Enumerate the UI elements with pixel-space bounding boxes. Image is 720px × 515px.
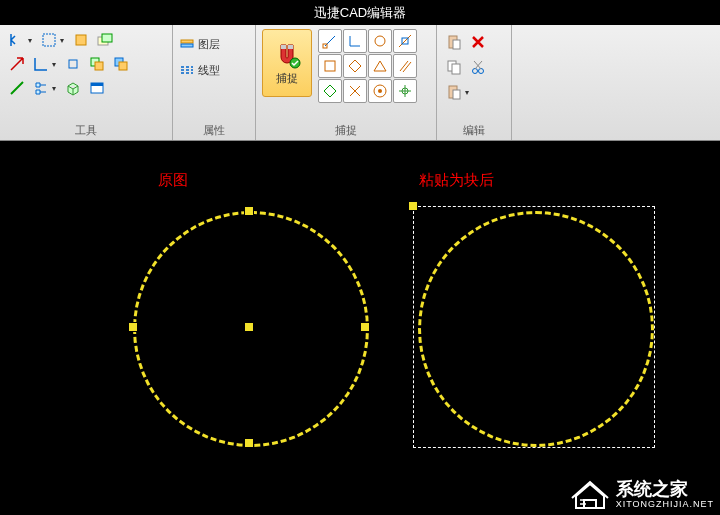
dropdown-icon[interactable]: ▾ — [465, 88, 473, 97]
layer-label: 图层 — [198, 37, 220, 52]
svg-rect-8 — [119, 62, 127, 70]
dropdown-icon[interactable]: ▾ — [52, 84, 60, 93]
svg-rect-19 — [325, 61, 335, 71]
svg-point-27 — [473, 69, 478, 74]
svg-point-28 — [479, 69, 484, 74]
layer-button[interactable]: 图层 — [179, 33, 220, 55]
svg-rect-0 — [43, 34, 55, 46]
svg-rect-1 — [76, 35, 86, 45]
grip-center[interactable] — [244, 322, 254, 332]
svg-point-17 — [375, 36, 385, 46]
snap-square-icon[interactable] — [318, 54, 342, 78]
block-grip[interactable] — [408, 201, 418, 211]
svg-rect-10 — [91, 83, 103, 86]
magnet-icon — [273, 41, 301, 69]
svg-rect-11 — [181, 40, 193, 43]
snap-diamond-icon[interactable] — [343, 54, 367, 78]
svg-rect-30 — [453, 90, 460, 99]
group-edit-label: 编辑 — [443, 121, 505, 138]
square-small-icon[interactable] — [62, 53, 84, 75]
group-attrs-label: 属性 — [179, 121, 249, 138]
group-edit: ▾ 编辑 — [437, 25, 512, 140]
arrow-red-icon[interactable] — [6, 53, 28, 75]
folder-blue-icon[interactable] — [110, 53, 132, 75]
select-rect-icon[interactable] — [38, 29, 60, 51]
svg-rect-26 — [452, 64, 460, 74]
snap-endpoint-icon[interactable] — [318, 29, 342, 53]
title-bar: 迅捷CAD编辑器 — [0, 0, 720, 25]
linetype-label: 线型 — [198, 63, 220, 78]
snap-perp-icon[interactable] — [343, 29, 367, 53]
delete-icon[interactable] — [467, 31, 489, 53]
snap-tangent-icon[interactable] — [393, 29, 417, 53]
watermark-url: XITONGZHIJIA.NET — [616, 500, 714, 510]
paste-special-icon[interactable] — [443, 81, 465, 103]
watermark-name: 系统之家 — [616, 480, 714, 500]
grip-right[interactable] — [360, 322, 370, 332]
house-icon — [570, 480, 610, 510]
group-tools-label: 工具 — [6, 121, 166, 138]
svg-rect-3 — [102, 34, 112, 42]
label-pasted-block: 粘贴为块后 — [419, 171, 494, 190]
svg-rect-12 — [181, 44, 193, 47]
corner-icon[interactable] — [30, 53, 52, 75]
line-green-icon[interactable] — [6, 77, 28, 99]
snap-x-icon[interactable] — [343, 79, 367, 103]
snap-circle-icon[interactable] — [368, 29, 392, 53]
block-circle[interactable] — [418, 211, 654, 447]
snap-quad2-icon[interactable] — [318, 79, 342, 103]
group-snap-label: 捕捉 — [262, 121, 430, 138]
dropdown-icon[interactable]: ▾ — [52, 60, 60, 69]
drawing-canvas[interactable]: 原图 粘贴为块后 系统之家 XITONGZHIJIA.NET — [0, 141, 720, 515]
dropdown-icon[interactable]: ▾ — [60, 36, 68, 45]
snap-main-button[interactable]: 捕捉 — [262, 29, 312, 97]
snap-triangle-icon[interactable] — [368, 54, 392, 78]
group-tools: ▾ ▾ ▾ ▾ 工具 — [0, 25, 173, 140]
snap-node-icon[interactable] — [393, 79, 417, 103]
tree-icon[interactable] — [30, 77, 52, 99]
linetype-button[interactable]: 线型 — [179, 59, 220, 81]
app-title: 迅捷CAD编辑器 — [314, 5, 406, 20]
ribbon: ▾ ▾ ▾ ▾ 工具 图 — [0, 25, 720, 141]
label-original: 原图 — [158, 171, 188, 190]
svg-rect-4 — [69, 60, 77, 68]
snap-parallel-icon[interactable] — [393, 54, 417, 78]
snap-center-icon[interactable] — [368, 79, 392, 103]
svg-rect-6 — [95, 62, 103, 70]
paste-icon[interactable] — [443, 31, 465, 53]
snap-button-label: 捕捉 — [276, 71, 298, 86]
svg-rect-13 — [281, 45, 286, 49]
mirror-icon[interactable] — [6, 29, 28, 51]
copy-icon[interactable] — [443, 56, 465, 78]
grip-top[interactable] — [244, 206, 254, 216]
snap-options-grid — [318, 29, 415, 101]
watermark: 系统之家 XITONGZHIJIA.NET — [570, 480, 714, 510]
svg-point-20 — [378, 89, 382, 93]
group-snap: 捕捉 捕捉 — [256, 25, 437, 140]
svg-rect-14 — [288, 45, 293, 49]
box-dup-icon[interactable] — [86, 53, 108, 75]
group-attrs: 图层 线型 属性 — [173, 25, 256, 140]
grip-bottom[interactable] — [244, 438, 254, 448]
grip-left[interactable] — [128, 322, 138, 332]
box-green-icon[interactable] — [94, 29, 116, 51]
cut-icon[interactable] — [467, 56, 489, 78]
window-icon[interactable] — [86, 77, 108, 99]
dropdown-icon[interactable]: ▾ — [28, 36, 36, 45]
box-yellow-icon[interactable] — [70, 29, 92, 51]
svg-rect-24 — [453, 40, 460, 49]
cube-icon[interactable] — [62, 77, 84, 99]
